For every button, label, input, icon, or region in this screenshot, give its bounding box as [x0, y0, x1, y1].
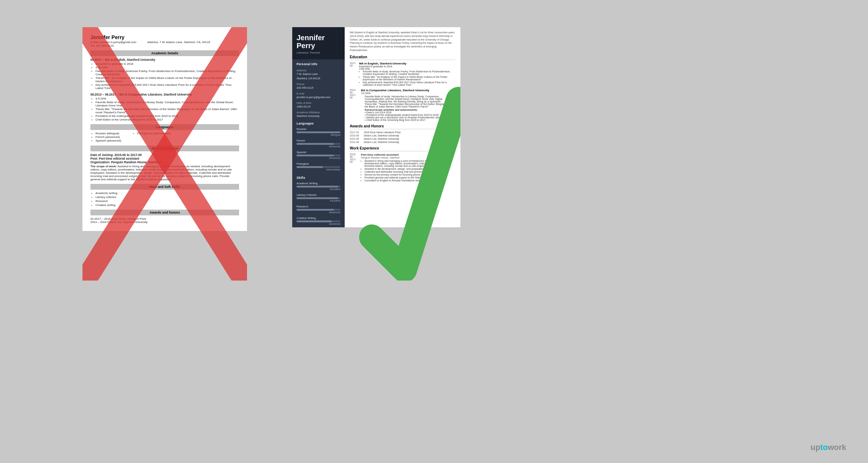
right-edu-entry-2: 2013-08 - 2017-06 BA in Comparative Lita…: [350, 89, 455, 121]
sidebar-title: Literature Theorist: [297, 51, 340, 54]
lang-item: Spanish (advanced): [95, 139, 121, 142]
phone-label: Phone: [292, 81, 345, 86]
skills-label: Skills: [292, 173, 345, 181]
sidebar-header: Jennifer Perry Literature Theorist: [292, 27, 345, 59]
skill-bar-fill: [297, 186, 338, 188]
right-resume: Jennifer Perry Literature Theorist Perso…: [292, 27, 460, 227]
lang-bar-fill: [297, 166, 323, 168]
right-edu-details-1: MA in English, Stanford University Expec…: [359, 62, 455, 87]
right-edu-row-2: 2013-08 - 2017-06 BA in Comparative Lita…: [350, 89, 455, 121]
edu-bullet: Thesis title: "An Analysis of the Impact…: [95, 76, 239, 83]
edu-bullets-2: 3.9 GPA Favorite fields of study: Introd…: [95, 97, 239, 121]
edu-bullets-1: Expected to graduate in 2018 3.95 GPA Fa…: [95, 62, 239, 90]
languages-label: Languages: [292, 119, 345, 127]
work-bullet: Assisted in hiring and managing a pool o…: [365, 160, 455, 167]
work-date-label: Date of Joining: 2015-06 to 2017-09: [90, 153, 239, 157]
lang-level: Intermediate: [297, 168, 340, 171]
academic-section-header: Academic Details: [90, 50, 239, 56]
skill-bar-fill: [297, 220, 332, 222]
right-edu-bullet: • Dean's List 2014-2016: [365, 111, 455, 114]
lang-col-1: Russian (bilingual) French (advanced) Sp…: [90, 132, 121, 143]
address-value1: 7 W. Adams Lane: [292, 72, 345, 77]
edu-bullet: Chief Editor of the University Blog from…: [95, 118, 239, 121]
affiliation-value: Stanford University: [292, 114, 345, 119]
edu-bullet: 3.95 GPA: [95, 66, 239, 69]
work-scope: The scope of work: Assisted in hiring an…: [90, 165, 239, 181]
award-item: 2014 – 2016 Dean's List, Stanford Univer…: [90, 220, 239, 224]
right-work-entry-1: 2015-06 - 2017-09 Part-time editorial as…: [350, 153, 455, 182]
right-edu-bullet: Favorite fields of study: Introduction t…: [365, 95, 455, 103]
work-bullet: Consulted on English to Russian translat…: [365, 179, 455, 182]
right-edu-dates-2: 2013-08 - 2017-06: [350, 89, 358, 121]
lang-name: Portugese: [297, 162, 340, 165]
skill-bar-bg: [297, 209, 340, 211]
skill-bar-fill: [297, 197, 338, 199]
awards-section: 02.2017 – 2016 Drue Heinz Literature Pri…: [90, 217, 239, 224]
work-section-header: Work Experience: [90, 146, 239, 151]
lang-bar-bg: [297, 166, 340, 168]
skill-literary-criticism: Literary Criticism Excellent: [292, 193, 345, 204]
awards-list: 2017-02 2016 Drue Heinz Literature Prize…: [350, 131, 455, 143]
award-row-1: 2017-02 2016 Drue Heinz Literature Prize: [350, 131, 455, 134]
languages-section: Russian (bilingual) French (advanced) Sp…: [90, 132, 239, 143]
right-edu-dates-1: 2017-09: [350, 62, 356, 87]
address-value2: Stanford, CA 94116: [292, 77, 345, 81]
lang-spanish: Spanish Advanced: [292, 150, 345, 161]
award-row-2: 2016-06 Dean's List, Stanford University: [350, 134, 455, 137]
lang-bar-fill: [297, 143, 334, 145]
right-edu-bullets-2: Favorite fields of study: Introduction t…: [365, 95, 455, 121]
skills-list: Academic writing Literary criticism Rese…: [95, 191, 239, 207]
sidebar-name: Jennifer Perry: [297, 34, 340, 50]
right-sidebar: Jennifer Perry Literature Theorist Perso…: [292, 27, 345, 227]
award-desc: Dean's List, Stanford University: [364, 134, 399, 137]
lang-bar-bg: [297, 131, 340, 133]
awards-section-header: Awards and honors: [90, 210, 239, 215]
right-edu-row-1: 2017-09 MA in English, Stanford Universi…: [350, 62, 455, 87]
lang-name: French: [297, 139, 340, 142]
right-work-org: Penguin Random House, Stanford: [361, 156, 455, 159]
skill-name: Creative Writing: [297, 216, 340, 220]
lang-french: French Advanced: [292, 138, 345, 150]
sidebar-name-line1: Jennifer: [297, 34, 325, 42]
right-edu-title-2: BA in Comparative Litarature, Stanford U…: [361, 89, 455, 92]
personal-info-label: Personal Info: [292, 59, 345, 67]
award-row-3: 2015-06 Dean's List, Stanford University: [350, 138, 455, 140]
work-post: Post: Part-time editorial assistant: [90, 157, 239, 160]
logo-to: to: [820, 443, 828, 452]
work-bullet: Assisted in the development, design, and…: [365, 168, 455, 170]
right-edu-details-2: BA in Comparative Litarature, Stanford U…: [361, 89, 455, 121]
edu-entry-2: 08.2013 – 06.2017 – BA in Comparative Li…: [90, 93, 239, 121]
skill-level: Advanced: [297, 211, 340, 214]
skill-bar-bg: [297, 186, 340, 188]
award-item: 02.2017 – 2016 Drue Heinz Literature Pri…: [90, 217, 239, 220]
lang-level: Advanced: [297, 157, 340, 159]
summary-text: MA Student in English at Stanford Univer…: [350, 31, 455, 52]
skill-research: Research Advanced: [292, 204, 345, 216]
lang-bar-bg: [297, 143, 340, 145]
edu-bullet: President of the undergraduate student b…: [95, 114, 239, 118]
right-education-header: Education: [350, 55, 455, 60]
right-edu-sub2-1: 3.95 GPA: [359, 68, 455, 70]
work-entry: Date of Joining: 2015-06 to 2017-09 Post…: [90, 153, 239, 181]
languages-section-header: Languages: [90, 124, 239, 130]
right-awards-header: Awards and Honors: [350, 124, 455, 129]
right-edu-bullet: • Chief Editor of the University Blog fr…: [365, 119, 455, 121]
skill-creative-writing: Creative Writing Advanced: [292, 216, 345, 227]
award-date: 2015-06: [350, 138, 362, 140]
skill-name: Literary Criticism: [297, 193, 340, 197]
right-work-bullets: Assisted in hiring and managing a pool o…: [365, 160, 455, 182]
left-name: Jennifer Perry: [90, 34, 239, 40]
right-edu-entry-1: 2017-09 MA in English, Stanford Universi…: [350, 62, 455, 87]
lang-bar-fill: [297, 131, 340, 133]
skill-item: Creative writing: [95, 203, 239, 207]
left-address: Address: 7 W. Adams Lane, Stanford, CA, …: [148, 41, 210, 44]
logo-work: work: [828, 443, 846, 452]
edu-bullet: Expected to graduate in 2018: [95, 62, 239, 66]
skill-level: Excellent: [297, 199, 340, 202]
edu-date-title-2: 08.2013 – 06.2017 – BA in Comparative Li…: [90, 93, 239, 96]
edu-bullet: Key achievement: Awarded $15,000 2017 Dr…: [95, 83, 239, 90]
right-edu-sub1-1: Expected to graduate in 2018: [359, 65, 455, 68]
skill-level: Advanced: [297, 223, 340, 225]
skill-bar-bg: [297, 220, 340, 222]
email-label: E-mail: [292, 91, 345, 96]
